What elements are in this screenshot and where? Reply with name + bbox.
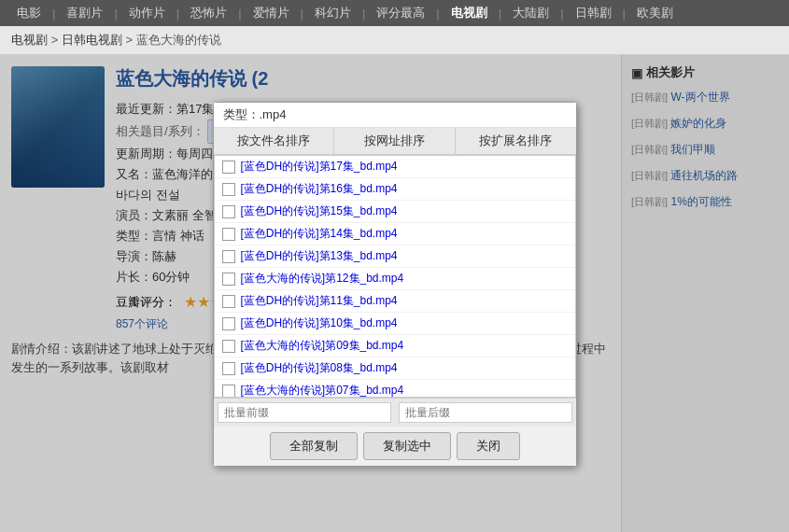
dialog-sort-bar: 按文件名排序 按网址排序 按扩展名排序 [214,128,576,155]
file-dialog: 类型：.mp4 按文件名排序 按网址排序 按扩展名排序 [蓝色DH的传说]第17… [213,102,577,467]
nav-separator: | [434,7,441,21]
nav-separator: | [299,7,305,21]
file-name: [蓝色DH的传说]第11集_bd.mp4 [241,293,398,309]
batch-prefix-input[interactable] [218,402,391,423]
file-name: [蓝色大海的传说]第12集_bd.mp4 [241,271,404,287]
file-list-item[interactable]: [蓝色DH的传说]第14集_bd.mp4 [215,223,575,245]
file-checkbox[interactable] [222,273,235,286]
nav-item-romance[interactable]: 爱情片 [244,5,299,21]
file-list-item[interactable]: [蓝色DH的传说]第13集_bd.mp4 [215,245,575,268]
file-list-item[interactable]: [蓝色DH的传说]第16集_bd.mp4 [215,178,575,201]
file-checkbox[interactable] [222,183,235,196]
batch-suffix-input[interactable] [399,402,572,423]
sort-by-extension-button[interactable]: 按扩展名排序 [456,128,576,154]
file-list-item[interactable]: [蓝色DH的传说]第08集_bd.mp4 [215,357,575,380]
nav-separator: | [360,7,367,21]
file-checkbox[interactable] [222,317,235,330]
sort-by-filename-button[interactable]: 按文件名排序 [214,128,335,154]
file-name: [蓝色DH的传说]第08集_bd.mp4 [241,360,398,376]
dialog-bottom-bar: 全部复制 复制选中 关闭 [214,427,576,466]
file-list-item[interactable]: [蓝色大海的传说]第09集_bd.mp4 [215,335,575,357]
breadcrumb-korean-tv[interactable]: 日韩电视剧 [62,33,122,47]
file-checkbox[interactable] [222,295,235,308]
nav-item-tvdrama[interactable]: 电视剧 [442,5,497,21]
nav-item-mainland[interactable]: 大陆剧 [503,5,558,21]
file-list-item[interactable]: [蓝色DH的传说]第10集_bd.mp4 [215,313,575,335]
file-name: [蓝色DH的传说]第16集_bd.mp4 [241,181,398,197]
breadcrumb-sep1: > [51,33,62,47]
close-button[interactable]: 关闭 [457,432,520,460]
nav-item-western[interactable]: 欧美剧 [627,5,683,21]
nav-separator: | [50,7,57,21]
file-name: [蓝色DH的传说]第13集_bd.mp4 [241,248,398,264]
nav-separator: | [621,7,627,21]
file-checkbox[interactable] [222,250,235,263]
batch-bar [214,398,576,427]
nav-item-action[interactable]: 动作片 [120,5,175,21]
file-list-item[interactable]: [蓝色DH的传说]第17集_bd.mp4 [215,156,575,178]
file-list-item[interactable]: [蓝色DH的传说]第15集_bd.mp4 [215,201,575,223]
file-name: [蓝色DH的传说]第15集_bd.mp4 [241,203,398,219]
file-name: [蓝色DH的传说]第14集_bd.mp4 [241,226,398,242]
file-checkbox[interactable] [222,161,235,174]
file-checkbox[interactable] [222,340,235,353]
file-list-item[interactable]: [蓝色大海的传说]第12集_bd.mp4 [215,268,575,290]
nav-item-horror[interactable]: 恐怖片 [181,5,236,21]
dialog-type-bar: 类型：.mp4 [214,103,576,128]
file-checkbox[interactable] [222,205,235,218]
nav-separator: | [112,7,119,21]
file-list-item[interactable]: [蓝色大海的传说]第07集_bd.mp4 [215,380,575,398]
nav-item-toprated[interactable]: 评分最高 [367,5,434,21]
file-name: [蓝色DH的传说]第10集_bd.mp4 [241,315,398,331]
nav-separator: | [558,7,565,21]
nav-separator: | [236,7,243,21]
top-navigation: 电影 | 喜剧片 | 动作片 | 恐怖片 | 爱情片 | 科幻片 | 评分最高 … [0,0,789,26]
breadcrumb-current: 蓝色大海的传说 [136,33,221,47]
copy-selected-button[interactable]: 复制选中 [363,432,451,460]
file-name: [蓝色DH的传说]第17集_bd.mp4 [241,159,398,175]
nav-item-korean[interactable]: 日韩剧 [566,5,621,21]
file-checkbox[interactable] [222,385,235,398]
file-list[interactable]: [蓝色DH的传说]第17集_bd.mp4[蓝色DH的传说]第16集_bd.mp4… [214,155,576,398]
breadcrumb-sep2: > [125,33,135,47]
nav-separator: | [497,7,503,21]
sort-by-url-button[interactable]: 按网址排序 [334,128,456,154]
file-checkbox[interactable] [222,362,235,375]
nav-item-movie[interactable]: 电影 [7,5,50,21]
nav-item-scifi[interactable]: 科幻片 [305,5,360,21]
copy-all-button[interactable]: 全部复制 [270,432,358,460]
file-name: [蓝色大海的传说]第07集_bd.mp4 [241,383,404,398]
breadcrumb: 电视剧 > 日韩电视剧 > 蓝色大海的传说 [0,26,789,55]
file-name: [蓝色大海的传说]第09集_bd.mp4 [241,338,404,354]
file-list-item[interactable]: [蓝色DH的传说]第11集_bd.mp4 [215,290,575,313]
dialog-overlay: 类型：.mp4 按文件名排序 按网址排序 按扩展名排序 [蓝色DH的传说]第17… [0,55,789,532]
breadcrumb-tv[interactable]: 电视剧 [11,33,48,47]
main-area: 蓝色大海的传说 (2 最近更新：第17集 / 共 相关题目/系列： 蓝色 更新周… [0,55,789,532]
file-checkbox[interactable] [222,228,235,241]
nav-item-comedy[interactable]: 喜剧片 [57,5,112,21]
nav-separator: | [175,7,181,21]
